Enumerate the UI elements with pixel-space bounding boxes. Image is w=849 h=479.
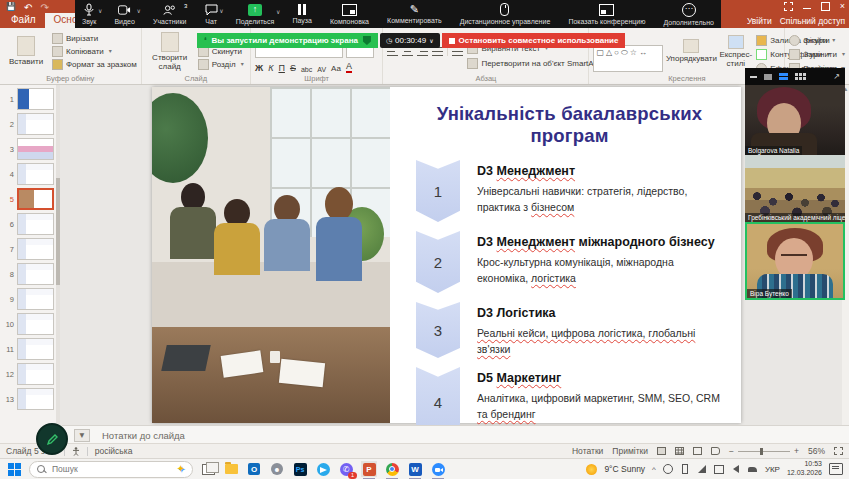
zoom-annotate-button[interactable]: ✎ Комментировать [384, 4, 445, 24]
notifications-button[interactable] [829, 463, 843, 475]
bold-button[interactable]: Ж [255, 63, 263, 73]
tray-network-icon[interactable] [697, 464, 707, 474]
thumbnail-slide-11[interactable]: 11 [4, 338, 58, 360]
paste-button[interactable]: Вставити [4, 31, 48, 72]
contacts-button[interactable]: ☻ [269, 461, 285, 477]
start-button[interactable] [6, 461, 22, 477]
zoom-show-meeting-button[interactable]: Показать конференцию [565, 4, 648, 25]
tab-file[interactable]: Файл [2, 13, 45, 28]
notes-toggle-button[interactable]: Нотатки [572, 446, 603, 456]
thumbnail-slide-8[interactable]: 8 [4, 263, 58, 285]
save-icon[interactable]: 💾 [6, 2, 16, 13]
telegram-button[interactable] [315, 461, 331, 477]
undo-icon[interactable]: ↶ [24, 2, 32, 13]
task-view-button[interactable] [200, 461, 216, 477]
zoom-in-button[interactable]: + [794, 446, 799, 456]
section-button[interactable]: Розділ [198, 59, 244, 70]
zoom-participants-button[interactable]: 3 Участники [150, 3, 189, 25]
zoom-remote-control-button[interactable]: Дистанционное управление [457, 3, 554, 25]
ribbon-display-icon[interactable] [784, 2, 793, 11]
thumbnail-slide-1[interactable]: 1 [4, 88, 58, 110]
notes-bar[interactable]: ▾ Нотатки до слайда [62, 425, 849, 444]
zoom-percentage[interactable]: 56% [808, 446, 825, 456]
video-tile-3-active-speaker[interactable]: Віра Бутенко [745, 222, 845, 300]
tray-volume-icon[interactable] [731, 464, 741, 474]
zoom-pause-button[interactable]: Пауза [289, 4, 314, 24]
accessibility-icon[interactable] [72, 447, 80, 456]
zoom-app-button[interactable] [430, 461, 446, 477]
chevron-down-icon[interactable]: ∨ [276, 9, 280, 15]
zoom-slider[interactable]: − + [729, 446, 799, 456]
italic-button[interactable]: К [268, 63, 273, 73]
cut-button[interactable]: Вирізати [52, 33, 137, 44]
stop-share-button[interactable]: Остановить совместное использование [442, 33, 626, 48]
minimize-videos-icon[interactable] [750, 76, 757, 78]
reading-view-button[interactable] [693, 447, 702, 455]
zoom-audio-button[interactable]: ∨ Звук [79, 3, 99, 25]
restore-button[interactable] [821, 2, 830, 11]
current-slide[interactable]: Унікальність бакалаврських програм 1 D3 … [152, 87, 741, 423]
photoshop-button[interactable]: Ps [292, 461, 308, 477]
copy-button[interactable]: Копіювати [52, 46, 137, 57]
weather-sun-icon[interactable] [586, 464, 597, 475]
tray-app-icon[interactable] [748, 464, 758, 474]
speaker-view-icon[interactable] [764, 74, 772, 80]
replace-button[interactable]: Замінити [789, 49, 845, 60]
expand-icon[interactable]: ↗ [833, 72, 840, 81]
share-access-button[interactable]: Спільний доступ [780, 16, 845, 26]
new-slide-button[interactable]: Створити слайд [146, 31, 194, 72]
outlook-button[interactable]: O [246, 461, 262, 477]
char-spacing-button[interactable]: AV [317, 66, 326, 73]
thumbnail-slide-5-selected[interactable]: 5 [4, 188, 58, 210]
taskbar-search[interactable]: ✦ [29, 461, 193, 478]
underline-button[interactable]: П [278, 63, 284, 73]
chrome-button[interactable] [384, 461, 400, 477]
tray-display-icon[interactable] [714, 464, 724, 474]
program-item-1[interactable]: 1 D3 Менеджмент Універсальні навички: ст… [416, 160, 723, 222]
thumbnail-slide-6[interactable]: 6 [4, 213, 58, 235]
zoom-layout-button[interactable]: Компоновка [327, 4, 372, 25]
slide-sorter-view-button[interactable] [675, 447, 684, 455]
chevron-down-icon[interactable]: ∨ [137, 8, 141, 14]
program-item-3[interactable]: 3 D3 Логістика Реальні кейси, цифрова ло… [416, 302, 723, 358]
chevron-down-icon[interactable]: ∨ [219, 8, 223, 14]
share-timer[interactable]: ◷ 00:30:49 ∨ [380, 33, 440, 48]
minimize-button[interactable] [803, 8, 811, 9]
thumbnail-slide-12[interactable]: 12 [4, 363, 58, 385]
powerpoint-button[interactable]: P [361, 461, 377, 477]
annotation-pencil-fab[interactable] [36, 423, 68, 455]
notes-splitter-button[interactable]: ▾ [74, 429, 90, 442]
video-tile-1[interactable]: Bolgarova Natalia [745, 85, 845, 155]
zoom-out-button[interactable]: − [729, 446, 734, 456]
thumbnail-slide-4[interactable]: 4 [4, 163, 58, 185]
tray-battery-icon[interactable] [680, 464, 690, 474]
find-button[interactable]: Знайти [789, 35, 845, 46]
chevron-down-icon[interactable]: ∨ [98, 8, 102, 14]
quick-styles-button[interactable]: Експрес-стилі [719, 31, 752, 72]
format-painter-button[interactable]: Формат за зразком [52, 59, 137, 70]
comments-toggle-button[interactable]: Примітки [612, 446, 648, 456]
word-button[interactable]: W [407, 461, 423, 477]
zoom-share-button[interactable]: ∨ ↑ Поделиться [233, 4, 278, 25]
search-input[interactable] [50, 463, 134, 475]
strikethrough-button[interactable]: S [290, 63, 296, 73]
shapes-gallery[interactable]: ▢△○⬭☆↔ [593, 45, 663, 72]
sign-in-button[interactable]: Увійти [747, 16, 772, 26]
zoom-more-button[interactable]: ⋯ Дополнительно [661, 3, 717, 26]
fit-to-window-button[interactable] [834, 447, 843, 455]
hidden-icons-button[interactable]: ^ [652, 465, 656, 474]
thumbnail-slide-2[interactable]: 2 [4, 113, 58, 135]
thumbnail-slide-7[interactable]: 7 [4, 238, 58, 260]
normal-view-button[interactable] [657, 447, 666, 455]
input-language[interactable]: УКР [765, 465, 780, 474]
proofing-language[interactable]: російська [95, 446, 133, 456]
video-tile-2[interactable]: Гребінківський академічний ліцей [745, 155, 845, 222]
clear-formatting-button[interactable]: abc [301, 66, 312, 73]
zoom-chat-button[interactable]: ∨ Чат [202, 3, 221, 25]
smartart-button[interactable]: Перетворити на об'єкт SmartArt [467, 58, 606, 69]
slide-title[interactable]: Унікальність бакалаврських програм [416, 103, 723, 147]
change-case-button[interactable]: Аа [331, 64, 341, 73]
thumbnail-slide-13[interactable]: 13 [4, 388, 58, 410]
grid-view-icon[interactable] [795, 73, 806, 80]
arrange-button[interactable]: Упорядкувати [667, 31, 715, 72]
